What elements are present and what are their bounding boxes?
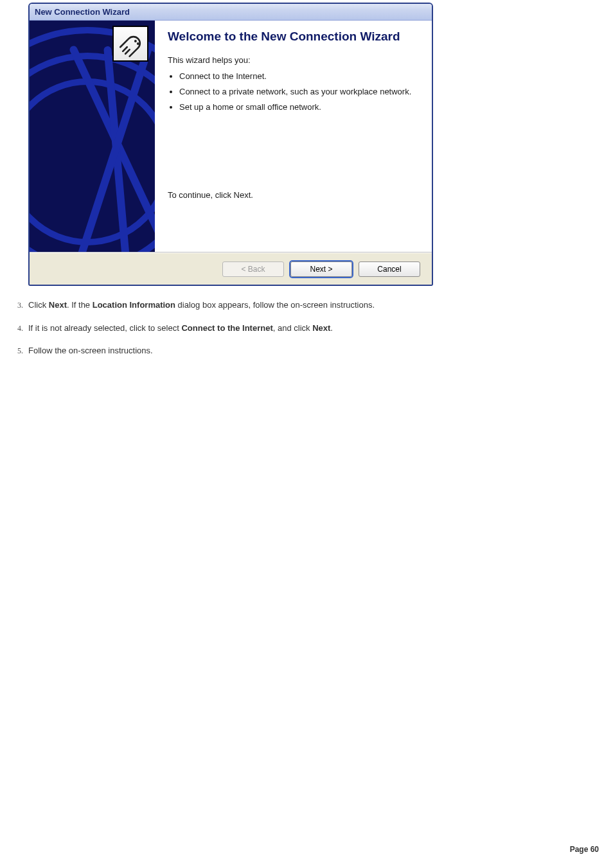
instruction-number: 3. [9,299,23,311]
instruction-number: 5. [9,345,23,357]
wizard-bullet: Connect to a private network, such as yo… [179,87,419,97]
page-number: Page 60 [570,845,599,854]
instruction-list: 3. Click Next. If the Location Informati… [9,299,613,357]
network-plug-icon [112,26,148,62]
next-button[interactable]: Next > [290,261,352,277]
back-button: < Back [222,261,284,277]
instruction-bold: Location Information [93,300,175,310]
instruction-item: 3. Click Next. If the Location Informati… [9,299,613,312]
dialog-body: Welcome to the New Connection Wizard Thi… [30,21,432,252]
instruction-text-part: . [330,323,333,333]
wizard-bullet: Connect to the Internet. [179,71,419,82]
instruction-bold: Next [312,323,330,333]
instruction-text-part: If it is not already selected, click to … [28,323,181,333]
instruction-item: 5. Follow the on-screen instructions. [9,344,613,357]
wizard-side-graphic [30,21,155,252]
dialog-content: Welcome to the New Connection Wizard Thi… [155,21,432,252]
new-connection-wizard-dialog: New Connection Wizard [28,3,433,286]
instruction-bold: Connect to the Internet [181,323,272,333]
dialog-title: New Connection Wizard [35,7,130,17]
dialog-titlebar[interactable]: New Connection Wizard [30,4,432,21]
wizard-bullet: Set up a home or small office network. [179,102,419,112]
cancel-button[interactable]: Cancel [359,261,420,277]
wizard-bullets: Connect to the Internet. Connect to a pr… [168,71,419,113]
instruction-text-part: Click [28,300,49,310]
plug-hand-icon [117,30,144,57]
dialog-heading: Welcome to the New Connection Wizard [168,30,419,44]
instruction-text-part: dialog box appears, follow the on-screen… [175,300,375,310]
instruction-text-part: . If the [67,300,93,310]
instruction-item: 4. If it is not already selected, click … [9,322,613,335]
dialog-intro: This wizard helps you: [168,55,419,65]
instruction-text-part: , and click [273,323,312,333]
instruction-number: 4. [9,323,23,334]
dialog-footer: < Back Next > Cancel [30,252,432,285]
instruction-bold: Next [49,300,67,310]
svg-point-0 [134,40,137,42]
instruction-text-part: Follow the on-screen instructions. [28,346,153,355]
svg-point-1 [137,42,139,45]
continue-text: To continue, click Next. [168,190,419,200]
